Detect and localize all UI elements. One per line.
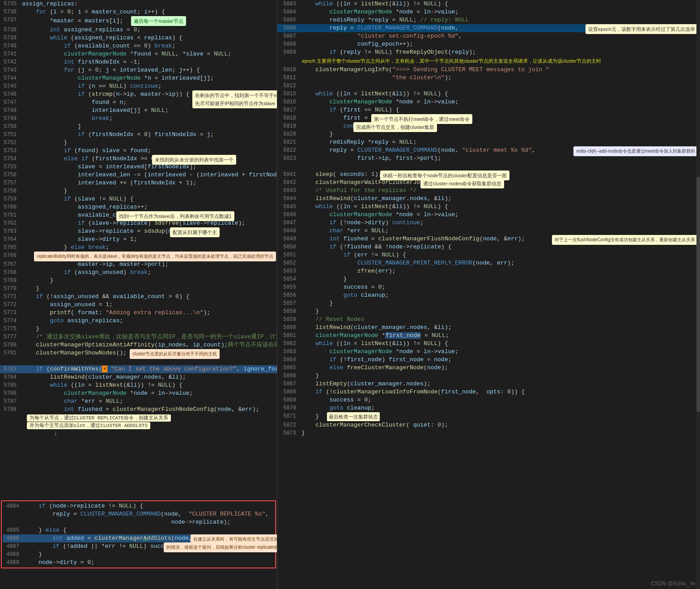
- code-line-5744: 5744 clusterManagerNode *n = interleaved…: [0, 74, 277, 82]
- right-line-5868: 5868 if (!clusterManagerLoadInfoFromNode…: [277, 388, 700, 396]
- code-line-5745: 5745 if (n == NULL) continue;: [0, 82, 277, 90]
- code-line-4884b: reply = CLUSTER_MANAGER_COMMAND(node, "C…: [3, 510, 274, 518]
- right-line-5861: 5861 clusterManagerNode *first_node = NU…: [277, 332, 700, 340]
- code-line-5737: 5737 *master = masters[i]; 遍历每一个master节点: [0, 16, 277, 26]
- right-line-5864: 5864 if (!first_node) first_node = node;: [277, 356, 700, 364]
- right-line-5852: 5852 CLUSTER_MANAGER_PRINT_REPLY_ERROR(n…: [277, 259, 700, 267]
- red-box-section: 4884 if (node->replicate != NULL) { repl…: [1, 500, 276, 568]
- right-line-5858: 5858 }: [277, 307, 700, 316]
- right-line-5855: 5855 success = 0;: [277, 283, 700, 291]
- code-line-5786: 5786 clusterManagerNode *node = ln->valu…: [0, 389, 277, 397]
- right-line-5821: 5821 redisReply *reply = NULL;: [277, 138, 700, 146]
- right-line-5886: 5886 reply = CLUSTER_MANAGER_COMMAND(nod…: [277, 24, 700, 32]
- right-line-5815: 5815 while ((ln = listNext(&li)) != NULL…: [277, 90, 700, 98]
- code-line-5747: 5747 found = n; 先尽可能避开IP相同的节点作为slave: [0, 98, 277, 107]
- right-scrollbar-thumb[interactable]: [696, 177, 700, 412]
- right-panel: 5883 while ((ln = listNext(&li)) != NULL…: [277, 0, 700, 589]
- code-line-4886: 4886 int added = clusterManagerAddSlots(…: [3, 534, 274, 542]
- watermark: CSDN @Eshin_Ye: [651, 580, 696, 587]
- code-line-5766: 5766 printf( format: "Adding replica %s:…: [0, 252, 277, 260]
- code-line-5767: 5767 master->ip, master->port);: [0, 260, 277, 269]
- right-line-5889: 5889 if (reply != NULL) freeReplyObject(…: [277, 48, 700, 56]
- code-line-5763: 5763 slave->replicate = sdsdup(master->n…: [0, 227, 277, 235]
- code-line-5754: 5754 else if (firstNodeIdx >= 0) { 未找到则从…: [0, 155, 277, 163]
- code-line-5735: 5735 assign_replicas:: [0, 0, 277, 8]
- editor-container: 5735 assign_replicas: 5736 for (i = 0; i…: [0, 0, 700, 589]
- code-line-5772: 5772 assign_unused = 1;: [0, 301, 277, 309]
- right-line-5848: 5848 char *err = NULL;: [277, 227, 700, 235]
- right-line-5873: 5873 }: [277, 429, 700, 437]
- right-line-5811: 5811 "the cluster\n");: [277, 74, 700, 82]
- code-line-5742: 5742 int firstNodeIdx = -1;: [0, 58, 277, 66]
- right-line-5862: 5862 while ((ln = listNext(&li)) != NULL…: [277, 340, 700, 348]
- right-line-5820: 5820 }: [277, 130, 700, 138]
- code-line-5771: 5771 if (!assign_unused && available_cou…: [0, 293, 277, 301]
- right-line-5871: 5871 } 最后检查一次集群状态: [277, 412, 700, 421]
- right-line-5857: 5857 }: [277, 299, 700, 307]
- code-line-4889: 4889 node->dirty = 0;: [3, 559, 274, 567]
- code-line-5784: 5784 listRewind(cluster_manager.nodes, &…: [0, 373, 277, 381]
- code-line-5741: 5741 clusterManagerNode *found = NULL, *…: [0, 50, 277, 58]
- code-line-5787: 5787 char *err = NULL;: [0, 397, 277, 405]
- right-line-5812: 5812: [277, 82, 700, 90]
- left-code-area[interactable]: 5735 assign_replicas: 5736 for (i = 0; i…: [0, 0, 277, 499]
- right-line-5869: 5869 success = 0;: [277, 396, 700, 404]
- right-line-5819: 5819 continue; 完成两个节点交互，创建cluster集群: [277, 122, 700, 130]
- right-line-5883: 5883 while ((ln = listNext(&li)) != NULL…: [277, 0, 700, 8]
- right-line-5884: 5884 clusterManagerNode *node = ln->valu…: [277, 8, 700, 16]
- code-line-5750: 5750 }: [0, 123, 277, 131]
- code-line-5757: 5757 interleaved += (firstNodeIdx + 1);: [0, 179, 277, 187]
- right-code-area[interactable]: 5883 while ((ln = listNext(&li)) != NULL…: [277, 0, 700, 589]
- left-panel: 5735 assign_replicas: 5736 for (i = 0; i…: [0, 0, 277, 589]
- code-line-5759: 5759 if (slave != NULL) {: [0, 195, 277, 203]
- code-line-5758: 5758 }: [0, 187, 277, 195]
- right-line-5859: 5859 // Reset Nodes: [277, 316, 700, 324]
- right-scrollbar[interactable]: [696, 0, 700, 589]
- arrow-down: ↓: [54, 430, 277, 438]
- right-line-5851: 5851 if (err != NULL) {: [277, 251, 700, 259]
- right-line-5818: 5818 first = node; 第一个节点不执行meet命令，通过meet…: [277, 114, 700, 122]
- right-line-5842: 5842 clusterManagerWaitForClusterJoin();…: [277, 179, 700, 187]
- code-line-5777: 5777 /* 通过多次交换slave堆比，比较是否与主节点同IP，是否与同一的…: [0, 333, 277, 341]
- right-line-5866: 5866 }: [277, 372, 700, 380]
- right-line-5863: 5863 clusterManagerNode *node = ln->valu…: [277, 348, 700, 356]
- right-line-5870: 5870 goto cleanup;: [277, 404, 700, 412]
- code-line-4884: 4884 if (node->replicate != NULL) {: [3, 502, 274, 510]
- right-annotation-epoch: epoch 主要用于整个cluster节点之间从中，主有机会，其中一个节点向其他…: [302, 58, 700, 64]
- right-line-5846: 5846 clusterManagerNode *node = ln->valu…: [277, 211, 700, 219]
- code-line-4887: 4887 if (!added || *err != NULL) success…: [3, 542, 274, 551]
- right-line-5888: 5888 config_epoch++);: [277, 40, 700, 48]
- code-line-5739: 5739 while (assigned_replicas < replicas…: [0, 34, 277, 42]
- code-line-5780: 5780 clusterManagerOptimizeAntiAffinity(…: [0, 341, 277, 349]
- code-line-5764: 5764 slave->dirty = 1;: [0, 235, 277, 243]
- code-line-5756: 5756 interleaved_len -= (interleaved - (…: [0, 171, 277, 179]
- right-line-5841: 5841 sleep( seconds: 1); 休眠一秒后检查每个node节点…: [277, 171, 700, 179]
- right-line-5810: 5810 clusterManagerLogInfo(">>>> Sending…: [277, 66, 700, 74]
- code-line-5736: 5736 for (i = 0; i < masters_count; i++)…: [0, 8, 277, 16]
- right-line-5872: 5872 clusterManagerCheckCluster( quiet: …: [277, 421, 700, 429]
- code-line-5785: 5785 while ((ln = listNext(&li)) != NULL…: [0, 381, 277, 389]
- right-line-5817: 5817 if (first == NULL) {: [277, 106, 700, 114]
- right-line-5853: 5853 zfree(err);: [277, 267, 700, 275]
- code-line-5749: 5749 break;: [0, 115, 277, 123]
- code-line-5770: 5770 }: [0, 285, 277, 293]
- code-line-5781: 5781 clusterManagerShowNodes(); cluster节…: [0, 349, 277, 357]
- code-line-4884c: node->replicate);: [3, 518, 274, 526]
- right-line-5847: 5847 if (!node->dirty) continue;: [277, 219, 700, 227]
- code-line-5769: 5769 }: [0, 277, 277, 285]
- code-line-5740: 5740 if (available_count == 0) break;: [0, 42, 277, 50]
- annotation-addslots: 并为每个主节点添加slot，通过CLUSTER ADDSLOTS: [27, 422, 277, 429]
- code-line-5753: 5753 if (found) slave = found;: [0, 147, 277, 155]
- annotation-for-flush: 为每个从节点，通过CLUSTER REPLICATE命令，创建主从关系: [27, 414, 277, 421]
- right-line-5856: 5856 goto cleanup;: [277, 291, 700, 299]
- code-line-5752: 5752 }: [0, 139, 277, 147]
- code-line-5774: 5774 goto assign_replicas;: [0, 317, 277, 325]
- right-line-5867: 5867 listEmpty(cluster_manager.nodes);: [277, 380, 700, 388]
- code-line-5775: 5775 }: [0, 325, 277, 333]
- code-line-5738: 5738 int assigned_replicas = 0;: [0, 26, 277, 34]
- code-line-5768: 5768 if (assign_unused) break;: [0, 269, 277, 277]
- code-line-5788: 5788 int flushed = clusterManagerFlushNo…: [0, 405, 277, 414]
- right-line-5885: 5885 redisReply *reply = NULL; // reply:…: [277, 16, 700, 24]
- code-line-5751: 5751 if (firstNodeIdx < 0) firstNodeIdx …: [0, 131, 277, 139]
- code-line-5773: 5773 printf( format: "Adding extra repli…: [0, 309, 277, 317]
